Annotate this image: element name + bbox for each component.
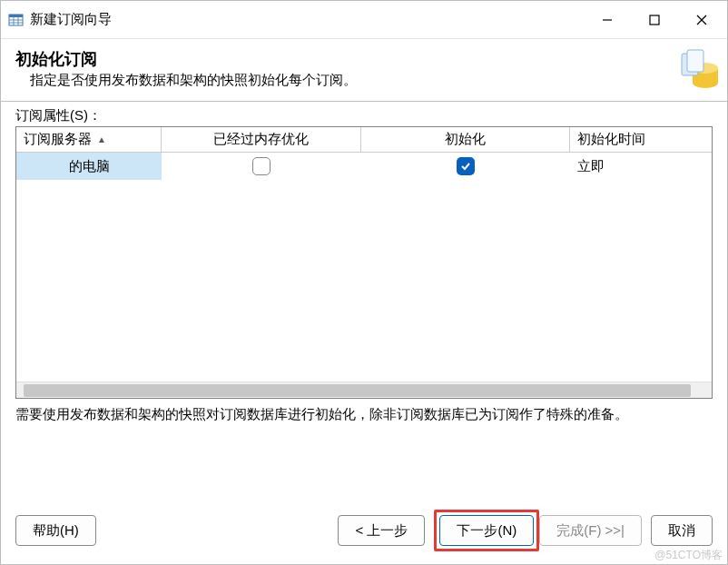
- column-header-init[interactable]: 初始化: [361, 127, 570, 153]
- svg-rect-14: [687, 50, 703, 72]
- checkbox-unchecked-icon[interactable]: [252, 157, 271, 175]
- help-button[interactable]: 帮助(H): [15, 515, 96, 546]
- wizard-header: 初始化订阅 指定是否使用发布数据和架构的快照初始化每个订阅。: [1, 39, 727, 102]
- app-icon: [8, 13, 25, 27]
- button-bar: 帮助(H) < 上一步 下一步(N) 完成(F) >>| 取消: [1, 501, 727, 564]
- svg-rect-1: [9, 15, 23, 17]
- next-button[interactable]: 下一步(N): [439, 515, 534, 546]
- grid-header-row: 订阅服务器 ▲ 已经过内存优化 初始化 初始化时间: [16, 127, 712, 153]
- column-header-server-label: 订阅服务器: [24, 131, 92, 148]
- wizard-icon: [678, 48, 722, 92]
- wizard-body: 订阅属性(S)： 订阅服务器 ▲ 已经过内存优化 初始化 初始化时间 的电脑: [1, 102, 727, 501]
- minimize-button[interactable]: [584, 1, 631, 39]
- cell-memopt[interactable]: [162, 153, 361, 180]
- wizard-title: 初始化订阅: [15, 48, 678, 70]
- cell-server[interactable]: 的电脑: [16, 153, 162, 180]
- back-button[interactable]: < 上一步: [338, 515, 425, 546]
- close-button[interactable]: [678, 1, 725, 39]
- column-header-memopt[interactable]: 已经过内存优化: [162, 127, 361, 153]
- horizontal-scrollbar[interactable]: [16, 382, 712, 398]
- info-note: 需要使用发布数据和架构的快照对订阅数据库进行初始化，除非订阅数据库已为订阅作了特…: [15, 404, 713, 423]
- subscription-grid: 订阅服务器 ▲ 已经过内存优化 初始化 初始化时间 的电脑: [15, 126, 713, 399]
- column-header-server[interactable]: 订阅服务器 ▲: [16, 127, 162, 153]
- maximize-button[interactable]: [631, 1, 678, 39]
- wizard-window: 新建订阅向导 初始化订阅 指定是否使用发布数据和架构的快照初始化每个订阅。: [0, 0, 728, 565]
- cell-init[interactable]: [361, 153, 570, 180]
- window-title: 新建订阅向导: [30, 11, 112, 28]
- scrollbar-thumb[interactable]: [24, 384, 691, 397]
- wizard-subtitle: 指定是否使用发布数据和架构的快照初始化每个订阅。: [30, 72, 678, 89]
- cancel-button[interactable]: 取消: [651, 515, 713, 546]
- finish-button[interactable]: 完成(F) >>|: [539, 515, 642, 546]
- grid-body: 的电脑 立即: [16, 153, 712, 382]
- grid-label: 订阅属性(S)：: [15, 107, 713, 124]
- column-header-inittime[interactable]: 初始化时间: [570, 127, 712, 153]
- svg-rect-7: [650, 15, 659, 25]
- cell-inittime[interactable]: 立即: [570, 153, 712, 180]
- checkbox-checked-icon[interactable]: [457, 157, 475, 175]
- next-button-highlight: 下一步(N): [434, 510, 539, 551]
- titlebar: 新建订阅向导: [1, 1, 727, 39]
- table-row[interactable]: 的电脑 立即: [16, 153, 712, 180]
- sort-asc-icon: ▲: [97, 134, 106, 144]
